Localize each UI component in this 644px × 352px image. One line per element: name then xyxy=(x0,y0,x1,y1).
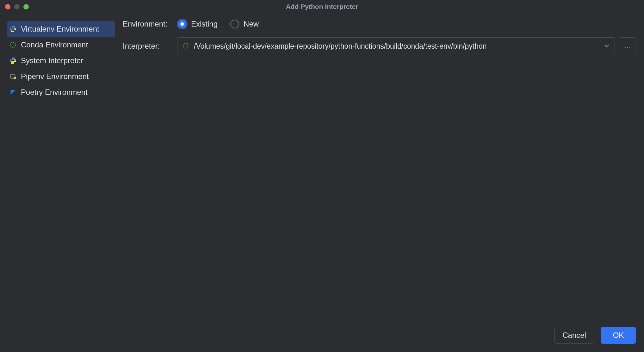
ellipsis-icon: … xyxy=(624,42,631,50)
interpreter-label: Interpreter: xyxy=(123,42,173,51)
interpreter-type-sidebar: Virtualenv Environment Conda Environment… xyxy=(0,20,120,321)
sidebar-item-label: Virtualenv Environment xyxy=(21,25,99,33)
environment-label: Environment: xyxy=(123,20,173,28)
ok-button[interactable]: OK xyxy=(601,327,636,344)
svg-point-4 xyxy=(14,77,16,79)
svg-point-2 xyxy=(10,42,16,48)
pipenv-icon xyxy=(9,72,17,81)
sidebar-item-label: Poetry Environment xyxy=(21,88,88,97)
interpreter-config-pane: Environment: Existing New Interpreter: xyxy=(120,20,644,321)
sidebar-item-virtualenv[interactable]: Virtualenv Environment xyxy=(7,21,115,37)
svg-point-1 xyxy=(14,31,14,32)
sidebar-item-label: System Interpreter xyxy=(21,56,83,65)
interpreter-path-value: /Volumes/git/local-dev/example-repositor… xyxy=(194,42,599,51)
title-bar: Add Python Interpreter xyxy=(0,0,644,13)
conda-icon xyxy=(183,43,189,50)
close-window-icon[interactable] xyxy=(5,4,10,9)
sidebar-item-poetry[interactable]: Poetry Environment xyxy=(7,84,115,100)
sidebar-item-system[interactable]: System Interpreter xyxy=(7,53,115,69)
dialog-footer: Cancel OK xyxy=(0,321,644,352)
conda-icon xyxy=(9,41,17,49)
interpreter-row: Interpreter: /Volumes/git/local-dev/exam… xyxy=(123,37,636,55)
cancel-button-label: Cancel xyxy=(562,331,586,340)
radio-dot-icon xyxy=(230,20,239,28)
python-icon xyxy=(9,57,17,65)
sidebar-item-pipenv[interactable]: Pipenv Environment xyxy=(7,69,115,84)
poetry-icon xyxy=(9,88,17,96)
radio-existing-label: Existing xyxy=(191,20,218,28)
radio-new[interactable]: New xyxy=(230,20,259,28)
python-venv-icon xyxy=(9,25,17,33)
chevron-down-icon xyxy=(604,43,610,49)
window-controls xyxy=(5,4,29,9)
browse-button[interactable]: … xyxy=(619,37,636,55)
radio-existing[interactable]: Existing xyxy=(178,20,218,28)
zoom-window-icon[interactable] xyxy=(23,4,29,9)
interpreter-path-select[interactable]: /Volumes/git/local-dev/example-repositor… xyxy=(177,37,615,55)
svg-point-0 xyxy=(12,27,12,27)
radio-dot-icon xyxy=(178,20,187,28)
sidebar-item-label: Conda Environment xyxy=(21,40,88,49)
sidebar-item-label: Pipenv Environment xyxy=(21,72,89,81)
minimize-window-icon[interactable] xyxy=(14,4,20,9)
radio-new-label: New xyxy=(244,20,259,28)
window-title: Add Python Interpreter xyxy=(286,3,358,10)
svg-point-5 xyxy=(183,44,188,48)
environment-row: Environment: Existing New xyxy=(123,20,636,28)
ok-button-label: OK xyxy=(613,331,624,340)
sidebar-item-conda[interactable]: Conda Environment xyxy=(7,37,115,53)
cancel-button[interactable]: Cancel xyxy=(554,327,594,344)
environment-radio-group: Existing New xyxy=(173,20,259,28)
